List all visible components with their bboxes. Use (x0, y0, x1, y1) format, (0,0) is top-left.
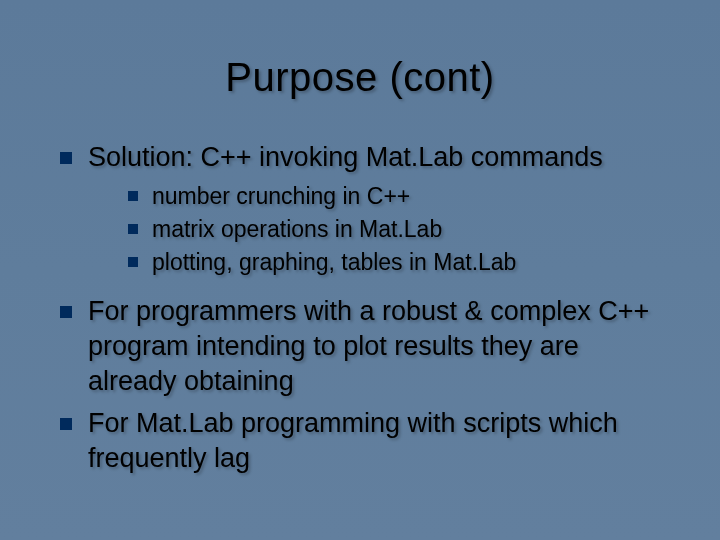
sub-bullet-text: number crunching in C++ (152, 181, 410, 212)
bullet-2: For programmers with a robust & complex … (60, 294, 670, 399)
square-bullet-icon (60, 306, 72, 318)
slide-body: Solution: C++ invoking Mat.Lab commands … (50, 140, 670, 476)
bullet-1: Solution: C++ invoking Mat.Lab commands (60, 140, 670, 175)
bullet-1-text: Solution: C++ invoking Mat.Lab commands (88, 140, 603, 175)
sub-bullet: number crunching in C++ (128, 181, 670, 212)
slide: Purpose (cont) Solution: C++ invoking Ma… (0, 0, 720, 540)
bullet-1-sub: number crunching in C++ matrix operation… (60, 181, 670, 278)
bullet-3: For Mat.Lab programming with scripts whi… (60, 406, 670, 476)
sub-bullet: plotting, graphing, tables in Mat.Lab (128, 247, 670, 278)
square-bullet-icon (60, 418, 72, 430)
square-bullet-icon (60, 152, 72, 164)
square-bullet-icon (128, 224, 138, 234)
sub-bullet: matrix operations in Mat.Lab (128, 214, 670, 245)
bullet-2-text: For programmers with a robust & complex … (88, 294, 670, 399)
sub-bullet-text: matrix operations in Mat.Lab (152, 214, 442, 245)
square-bullet-icon (128, 191, 138, 201)
sub-bullet-text: plotting, graphing, tables in Mat.Lab (152, 247, 516, 278)
square-bullet-icon (128, 257, 138, 267)
bullet-3-text: For Mat.Lab programming with scripts whi… (88, 406, 670, 476)
slide-title: Purpose (cont) (50, 55, 670, 100)
